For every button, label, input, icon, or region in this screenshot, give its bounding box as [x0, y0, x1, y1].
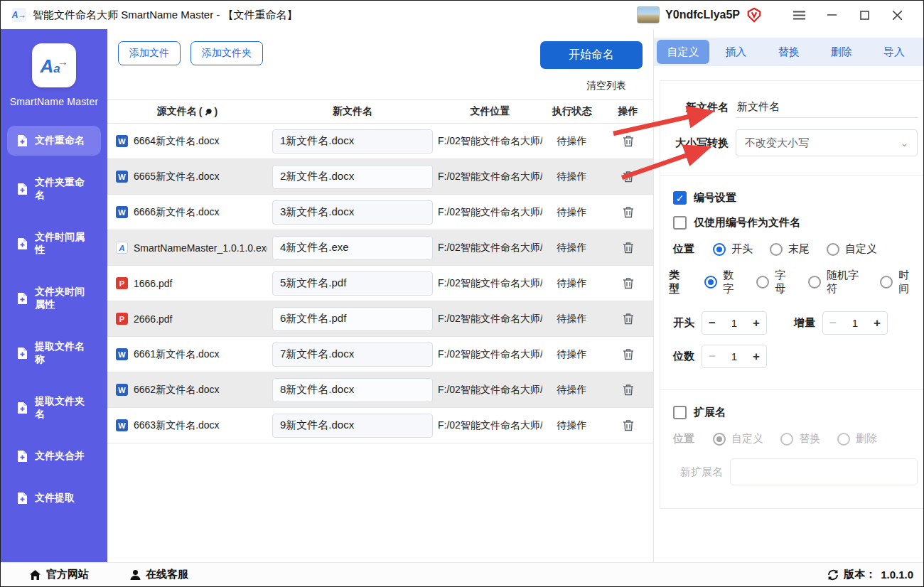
maximize-button[interactable]: [848, 4, 881, 26]
settings-panel: 自定义 插入 替换 删除 导入 新文件名: [653, 29, 923, 562]
vip-badge-icon[interactable]: [746, 7, 763, 23]
case-convert-label: 大小写转换: [667, 136, 729, 150]
start-plus-button[interactable]: +: [753, 317, 760, 329]
new-name-input[interactable]: [272, 271, 433, 296]
radio-position-custom[interactable]: 自定义: [827, 242, 877, 256]
file-type-icon: W: [116, 419, 128, 431]
status-text: 待操作: [542, 242, 601, 254]
clear-list-link[interactable]: 清空列表: [586, 80, 626, 91]
app-window: A→ 智能文件命名大师 SmartName Master - 【文件重命名】 Y…: [0, 0, 924, 587]
panel-tab[interactable]: 自定义: [657, 40, 709, 64]
new-extension-label: 新扩展名: [667, 465, 723, 479]
start-minus-button[interactable]: −: [709, 317, 716, 329]
source-file-name: 6662新文件名.docx: [134, 384, 220, 397]
start-number-stepper: − 1 +: [702, 311, 767, 335]
minimize-button[interactable]: [815, 4, 848, 26]
online-support-link[interactable]: 在线客服: [130, 568, 188, 581]
file-location: F:/02智能文件命名大师/文件,: [438, 419, 542, 432]
radio-type-time[interactable]: 时间: [880, 269, 918, 296]
new-name-input[interactable]: [272, 129, 433, 154]
numbering-checkbox[interactable]: [673, 191, 687, 205]
file-type-icon: A: [116, 242, 128, 254]
status-text: 待操作: [542, 135, 601, 148]
sidebar-item[interactable]: 文件重命名: [7, 126, 101, 156]
sidebar-item-label: 文件时间属性: [35, 231, 94, 257]
sidebar-item[interactable]: 文件时间属性: [7, 222, 101, 265]
header-source-filename[interactable]: 源文件名 ( ): [107, 105, 267, 118]
sidebar-item-label: 文件夹合并: [35, 450, 85, 463]
source-file-name: 6663新文件名.docx: [134, 419, 220, 432]
new-name-input[interactable]: [272, 200, 433, 225]
panel-tab[interactable]: 插入: [709, 40, 762, 64]
sidebar-item[interactable]: 文件夹时间属性: [7, 277, 101, 320]
status-text: 待操作: [542, 206, 601, 219]
file-location: F:/02智能文件命名大师/文件,: [438, 384, 542, 397]
radio-position-start[interactable]: 开头: [713, 242, 753, 256]
panel-tab[interactable]: 导入: [868, 40, 920, 64]
new-name-input[interactable]: [272, 165, 433, 189]
sidebar-item[interactable]: 提取文件名称: [7, 332, 101, 375]
radio-position-end[interactable]: 末尾: [770, 242, 810, 256]
home-icon: [29, 569, 41, 581]
new-name-input[interactable]: [272, 414, 433, 438]
header-status: 执行状态: [542, 105, 601, 118]
sort-icon: [205, 108, 213, 116]
new-name-input[interactable]: [272, 378, 433, 402]
delete-row-button[interactable]: [621, 205, 635, 220]
menu-button[interactable]: [783, 4, 815, 26]
username[interactable]: Y0ndfcLlya5P: [665, 9, 740, 21]
panel-tab[interactable]: 删除: [815, 40, 868, 64]
new-name-input[interactable]: [272, 343, 433, 367]
update-refresh-icon[interactable]: [827, 569, 839, 581]
status-bar: 官方网站 在线客服 版本： 1.0.1.0: [1, 562, 923, 586]
radio-type-random[interactable]: 随机字符: [808, 269, 866, 296]
delete-row-button[interactable]: [621, 418, 635, 433]
delete-row-button[interactable]: [621, 382, 635, 397]
custom-form: 新文件名 大小写转换 不改变大小写 ⌄ 编号设置: [660, 80, 923, 509]
header-file-location: 文件位置: [438, 105, 542, 118]
header-action: 操作: [601, 105, 655, 118]
sidebar-item-label: 文件提取: [35, 492, 75, 505]
only-number-checkbox[interactable]: [673, 216, 687, 230]
sidebar-item[interactable]: 提取文件夹名: [7, 387, 101, 429]
table-row: W 6666新文件名.docx F:/02智能文件命名大师/文件, 待操作: [107, 195, 653, 230]
delete-row-button[interactable]: [621, 276, 635, 291]
delete-row-button[interactable]: [621, 240, 635, 255]
panel-tab[interactable]: 替换: [762, 40, 815, 64]
delete-row-button[interactable]: [621, 347, 635, 362]
official-website-link[interactable]: 官方网站: [29, 568, 89, 581]
file-location: F:/02智能文件命名大师/文件,: [438, 171, 542, 183]
delete-row-button[interactable]: [621, 134, 635, 149]
radio-type-number[interactable]: 数字: [704, 269, 742, 296]
new-filename-input[interactable]: [736, 97, 918, 118]
delete-row-button[interactable]: [621, 169, 635, 184]
app-name: SmartName Master: [10, 96, 99, 107]
document-plus-icon: [17, 492, 28, 505]
add-file-button[interactable]: 添加文件: [118, 41, 181, 65]
delete-row-button[interactable]: [621, 311, 635, 326]
sidebar-item[interactable]: 文件夹合并: [7, 441, 101, 471]
document-plus-icon: [17, 292, 28, 305]
new-name-input[interactable]: [272, 236, 433, 260]
sidebar-item-label: 提取文件名称: [35, 340, 94, 366]
extension-position-radio-group: 位置 自定义 替换 删除: [673, 432, 918, 446]
increment-plus-button[interactable]: +: [874, 317, 881, 329]
extension-checkbox[interactable]: [673, 406, 687, 419]
radio-type-letter[interactable]: 字母: [756, 269, 794, 296]
increment-stepper: − 1 +: [822, 311, 888, 335]
digits-minus-button: −: [709, 350, 716, 362]
close-button[interactable]: [881, 4, 913, 26]
user-avatar[interactable]: [637, 6, 660, 23]
name-section: 新文件名 大小写转换 不改变大小写 ⌄: [660, 81, 923, 175]
sidebar-item[interactable]: 文件提取: [7, 483, 101, 513]
start-rename-button[interactable]: 开始命名: [540, 41, 643, 69]
add-folder-button[interactable]: 添加文件夹: [190, 41, 263, 65]
radio-ext-custom: 自定义: [713, 432, 763, 446]
sidebar-item-label: 文件夹重命名: [35, 176, 94, 202]
file-type-icon: W: [116, 206, 128, 218]
case-convert-select[interactable]: 不改变大小写 ⌄: [736, 129, 918, 156]
numbering-section: 编号设置 仅使用编号作为文件名 位置 开头 末尾 自定义 类型 数字: [660, 175, 923, 389]
digits-plus-button[interactable]: +: [753, 350, 760, 362]
sidebar-item[interactable]: 文件夹重命名: [7, 168, 101, 210]
new-name-input[interactable]: [272, 307, 433, 331]
